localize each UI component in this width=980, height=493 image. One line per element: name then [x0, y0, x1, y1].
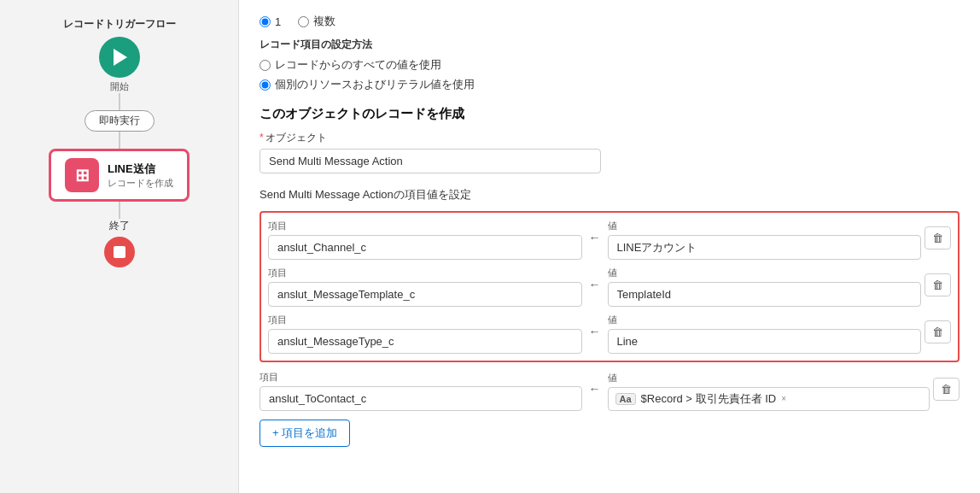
delete-btn-1: 🗑 — [925, 273, 951, 300]
delete-btn-2: 🗑 — [925, 320, 951, 347]
immediate-node[interactable]: 即時実行 — [85, 110, 155, 132]
record-field-section-label: レコード項目の設定方法 — [260, 38, 960, 52]
arrow-0: ← — [586, 231, 604, 249]
col-value-label-1: 値 — [608, 267, 922, 279]
right-panel: 1 複数 レコード項目の設定方法 レコードからのすべての値を使用 個別のリソース… — [239, 0, 980, 493]
col-item-label-2: 項目 — [268, 314, 582, 326]
radio-item-multi[interactable]: 複数 — [298, 14, 335, 29]
col-item-extra: 項目 — [260, 371, 582, 411]
col-value-label-extra: 値 — [608, 372, 930, 384]
object-input-wrapper: オブジェクト — [260, 131, 601, 173]
line-send-box[interactable]: ⊞ LINE送信 レコードを作成 — [49, 149, 190, 202]
field-item-input-0[interactable] — [268, 235, 582, 260]
record-field-options: レコードからのすべての値を使用 個別のリソースおよびリテラル値を使用 — [260, 57, 960, 92]
start-circle — [99, 37, 140, 78]
tag-aa: Aa — [615, 393, 636, 405]
option-all-radio[interactable] — [260, 60, 271, 71]
close-icon[interactable]: × — [781, 394, 786, 403]
radio-multi[interactable] — [298, 16, 309, 27]
start-label: 開始 — [110, 80, 129, 93]
field-item-input-extra[interactable] — [260, 386, 582, 411]
object-field-label: オブジェクト — [260, 131, 601, 145]
delete-button-1[interactable]: 🗑 — [925, 273, 951, 296]
col-value-label-0: 値 — [608, 220, 922, 232]
value-with-tag-extra: Aa $Record > 取引先責任者 ID × — [608, 387, 930, 411]
arrow-1: ← — [586, 278, 604, 296]
field-row-0: 項目 ← 値 🗑 — [268, 220, 951, 260]
field-row-extra: 項目 ← 値 Aa $Record > 取引先責任者 ID × 🗑 — [260, 371, 960, 411]
delete-btn-0: 🗑 — [925, 226, 951, 253]
immediate-label[interactable]: 即時実行 — [85, 110, 155, 132]
end-circle — [104, 237, 135, 267]
col-item-label-0: 項目 — [268, 220, 582, 232]
action-section-title: Send Multi Message Actionの項目値を設定 — [260, 187, 960, 202]
line-node-text: LINE送信 レコードを作成 — [108, 161, 173, 190]
col-item-2: 項目 — [268, 314, 582, 354]
col-value-label-2: 値 — [608, 314, 922, 326]
field-item-input-2[interactable] — [268, 329, 582, 354]
radio-1[interactable] — [260, 16, 271, 27]
col-value-extra: 値 Aa $Record > 取引先責任者 ID × — [608, 372, 930, 411]
field-rows-container: 項目 ← 値 🗑 項目 ← 値 🗑 — [260, 211, 960, 362]
line-node-title: LINE送信 — [108, 161, 173, 177]
line-icon-box: ⊞ — [65, 158, 99, 192]
field-item-input-1[interactable] — [268, 282, 582, 307]
delete-button-extra[interactable]: 🗑 — [933, 378, 960, 401]
field-value-input-0[interactable] — [608, 235, 922, 260]
option-individual-radio[interactable] — [260, 79, 271, 91]
field-value-input-2[interactable] — [608, 329, 922, 354]
col-value-2: 値 — [608, 314, 922, 354]
end-node — [104, 237, 135, 267]
option-individual-label: 個別のリソースおよびリテラル値を使用 — [275, 77, 475, 92]
line-send-node[interactable]: ⊞ LINE送信 レコードを作成 — [49, 149, 190, 202]
delete-btn-extra: 🗑 — [933, 378, 960, 404]
col-item-0: 項目 — [268, 220, 582, 260]
add-field-label: + 項目を追加 — [272, 426, 337, 441]
field-value-input-1[interactable] — [608, 282, 922, 307]
col-value-0: 値 — [608, 220, 922, 260]
option-all-label: レコードからのすべての値を使用 — [275, 57, 441, 73]
option-all-item[interactable]: レコードからのすべての値を使用 — [260, 57, 960, 73]
object-input[interactable] — [260, 149, 601, 173]
col-item-label-extra: 項目 — [260, 371, 582, 384]
count-radio-group: 1 複数 — [260, 14, 960, 29]
end-label-text: 終了 — [109, 219, 130, 233]
add-field-button[interactable]: + 項目を追加 — [260, 420, 350, 447]
connector-3 — [119, 202, 120, 219]
connector-1 — [119, 93, 120, 110]
radio-1-label: 1 — [275, 15, 281, 28]
stop-icon — [114, 246, 125, 258]
flow-type-label: レコードトリガーフロー — [63, 17, 176, 32]
start-node: 開始 — [99, 37, 140, 93]
record-value-text: $Record > 取引先責任者 ID — [641, 391, 777, 407]
create-section-heading: このオブジェクトのレコードを作成 — [260, 106, 960, 122]
col-item-1: 項目 — [268, 267, 582, 307]
delete-button-2[interactable]: 🗑 — [925, 320, 951, 343]
radio-item-1[interactable]: 1 — [260, 15, 281, 28]
line-node-subtitle: レコードを作成 — [108, 177, 173, 190]
connector-2 — [119, 132, 120, 149]
arrow-2: ← — [586, 325, 604, 343]
field-row-1: 項目 ← 値 🗑 — [268, 267, 951, 307]
radio-multi-label: 複数 — [313, 14, 335, 29]
col-item-label-1: 項目 — [268, 267, 582, 279]
line-icon: ⊞ — [75, 167, 90, 184]
field-row-2: 項目 ← 値 🗑 — [268, 314, 951, 354]
play-icon — [114, 49, 127, 66]
arrow-extra: ← — [586, 382, 604, 401]
option-individual-item[interactable]: 個別のリソースおよびリテラル値を使用 — [260, 77, 960, 92]
delete-button-0[interactable]: 🗑 — [925, 226, 951, 249]
flow-canvas: レコードトリガーフロー 開始 即時実行 ⊞ LINE送信 レコードを作成 終了 — [0, 0, 239, 493]
col-value-1: 値 — [608, 267, 922, 307]
